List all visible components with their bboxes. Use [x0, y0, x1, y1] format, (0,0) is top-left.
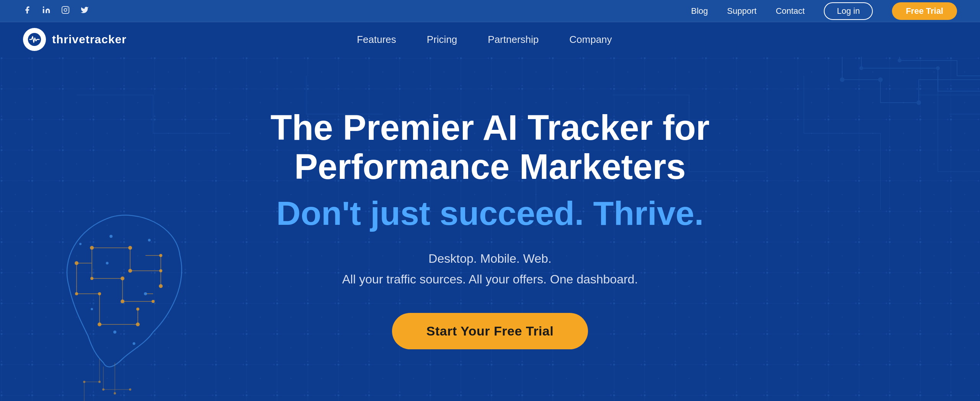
top-bar: Blog Support Contact Log in Free Trial — [0, 0, 980, 22]
support-link[interactable]: Support — [727, 6, 756, 16]
login-button[interactable]: Log in — [824, 2, 873, 20]
svg-point-60 — [98, 381, 101, 383]
svg-point-39 — [159, 269, 162, 272]
svg-point-38 — [128, 269, 132, 273]
svg-point-62 — [114, 392, 116, 394]
partnership-link[interactable]: Partnership — [488, 34, 539, 46]
svg-point-3 — [67, 8, 68, 8]
svg-rect-1 — [62, 6, 69, 13]
svg-point-40 — [90, 277, 93, 280]
social-icons-group — [23, 6, 89, 16]
pricing-link[interactable]: Pricing — [427, 34, 457, 46]
svg-point-41 — [121, 277, 124, 280]
hero-description: Desktop. Mobile. Web. All your traffic s… — [199, 248, 781, 290]
svg-point-53 — [148, 239, 151, 242]
top-nav: Blog Support Contact Log in Free Trial — [691, 2, 957, 20]
svg-point-14 — [840, 78, 844, 82]
main-nav: thrivetracker Features Pricing Partnersh… — [0, 22, 980, 57]
brain-circuit-illustration — [11, 179, 211, 401]
facebook-icon[interactable] — [23, 6, 31, 16]
svg-point-57 — [91, 308, 93, 310]
twitter-icon[interactable] — [80, 6, 89, 16]
blog-link[interactable]: Blog — [691, 6, 708, 16]
svg-point-46 — [136, 322, 140, 326]
svg-point-0 — [43, 6, 44, 8]
svg-point-19 — [898, 59, 901, 62]
svg-point-64 — [129, 388, 131, 391]
contact-link[interactable]: Contact — [776, 6, 805, 16]
svg-point-44 — [98, 292, 101, 295]
logo-text: thrivetracker — [52, 33, 127, 46]
start-free-trial-button[interactable]: Start Your Free Trial — [392, 313, 588, 349]
hero-content: The Premier AI Tracker for Performance M… — [184, 108, 796, 349]
svg-point-36 — [90, 246, 94, 250]
svg-point-50 — [159, 254, 162, 257]
linkedin-icon[interactable] — [42, 6, 51, 16]
instagram-icon[interactable] — [61, 6, 70, 16]
svg-point-59 — [133, 342, 136, 345]
svg-point-16 — [917, 101, 921, 105]
svg-point-52 — [109, 235, 113, 238]
svg-point-43 — [152, 300, 155, 303]
hero-title: The Premier AI Tracker for Performance M… — [199, 108, 781, 186]
svg-point-48 — [75, 261, 78, 265]
main-nav-links: Features Pricing Partnership Company — [357, 34, 612, 46]
hero-section: The Premier AI Tracker for Performance M… — [0, 57, 980, 401]
features-link[interactable]: Features — [357, 34, 396, 46]
svg-point-15 — [879, 78, 882, 82]
svg-point-42 — [121, 300, 124, 303]
svg-point-37 — [128, 246, 132, 250]
hero-subtitle: Don't just succeed. Thrive. — [199, 194, 781, 233]
svg-point-55 — [106, 262, 109, 265]
svg-point-54 — [79, 243, 82, 245]
svg-point-63 — [102, 388, 105, 391]
svg-point-47 — [136, 308, 139, 311]
svg-point-61 — [83, 381, 85, 383]
svg-point-58 — [113, 331, 116, 334]
svg-point-18 — [936, 67, 939, 70]
svg-point-17 — [860, 67, 863, 70]
logo[interactable]: thrivetracker — [23, 28, 127, 51]
svg-point-2 — [64, 8, 67, 11]
company-link[interactable]: Company — [569, 34, 612, 46]
free-trial-button-top[interactable]: Free Trial — [892, 2, 957, 20]
svg-point-45 — [98, 322, 101, 326]
logo-icon — [23, 28, 46, 51]
svg-point-56 — [144, 292, 147, 295]
svg-point-49 — [75, 292, 78, 295]
svg-point-51 — [159, 284, 163, 288]
